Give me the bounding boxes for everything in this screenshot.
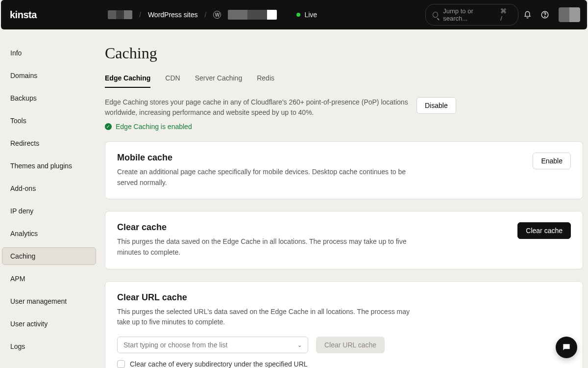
tabs: Edge Caching CDN Server Caching Redis <box>105 74 583 88</box>
breadcrumb-separator: / <box>139 11 141 19</box>
clear-cache-card: Clear cache This purges the data saved o… <box>105 211 583 269</box>
sidebar-item-redirects[interactable]: Redirects <box>2 134 96 152</box>
clear-cache-button[interactable]: Clear cache <box>517 222 571 239</box>
sidebar-item-label: Add-ons <box>10 184 36 192</box>
environment-label: Live <box>304 11 317 19</box>
url-select[interactable]: Start typing or choose from the list ⌄ <box>117 337 308 353</box>
page-title: Caching <box>105 44 583 62</box>
sidebar-item-logs[interactable]: Logs <box>2 338 96 355</box>
chat-icon <box>562 342 571 352</box>
sidebar-item-label: Domains <box>10 72 37 79</box>
sidebar-item-label: Tools <box>10 117 26 125</box>
search-icon <box>433 12 438 18</box>
bell-icon <box>523 11 532 19</box>
sidebar-item-label: Caching <box>10 252 35 260</box>
status-dot-icon <box>296 13 300 17</box>
app-header: kinsta / WordPress sites / W Live Jump t… <box>1 0 587 29</box>
chat-widget[interactable] <box>556 337 577 358</box>
breadcrumb-site[interactable] <box>228 10 277 20</box>
status-badge: ✓ Edge Caching is enabled <box>105 123 583 131</box>
sidebar-item-domains[interactable]: Domains <box>2 67 96 84</box>
clear-cache-description: This purges the data saved on the Edge C… <box>117 237 421 258</box>
svg-point-1 <box>544 16 545 17</box>
subdirectory-checkbox-label: Clear cache of every subdirectory under … <box>130 360 308 368</box>
sidebar: Info Domains Backups Tools Redirects The… <box>0 29 98 368</box>
status-text: Edge Caching is enabled <box>116 123 192 131</box>
sidebar-item-caching[interactable]: Caching <box>2 247 96 265</box>
sidebar-item-user-activity[interactable]: User activity <box>2 315 96 333</box>
clear-url-cache-title: Clear URL cache <box>117 292 571 303</box>
sidebar-item-label: Info <box>10 49 22 57</box>
logo[interactable]: kinsta <box>10 9 108 21</box>
search-placeholder: Jump to or search... <box>443 7 495 22</box>
sidebar-item-ip-deny[interactable]: IP deny <box>2 202 96 220</box>
help-icon <box>540 10 549 19</box>
clear-url-cache-button[interactable]: Clear URL cache <box>316 337 385 353</box>
url-select-placeholder: Start typing or choose from the list <box>123 341 227 349</box>
intro-description: Edge Caching stores your page cache in a… <box>105 97 409 118</box>
account-menu[interactable] <box>559 7 580 22</box>
enable-mobile-cache-button[interactable]: Enable <box>533 153 571 169</box>
tab-redis[interactable]: Redis <box>257 74 274 88</box>
tab-server-caching[interactable]: Server Caching <box>195 74 243 88</box>
breadcrumb-wordpress-sites[interactable]: WordPress sites <box>148 11 198 19</box>
mobile-cache-card: Mobile cache Create an additional page c… <box>105 141 583 199</box>
sidebar-item-apm[interactable]: APM <box>2 270 96 288</box>
sidebar-item-label: Themes and plugins <box>10 162 72 170</box>
help-button[interactable] <box>536 6 554 24</box>
sidebar-item-label: Logs <box>10 342 25 350</box>
breadcrumb-org[interactable] <box>108 10 132 19</box>
sidebar-item-label: IP deny <box>10 207 33 215</box>
sidebar-item-label: APM <box>10 275 25 283</box>
sidebar-item-backups[interactable]: Backups <box>2 89 96 107</box>
chevron-down-icon: ⌄ <box>297 342 302 348</box>
sidebar-item-user-management[interactable]: User management <box>2 292 96 310</box>
main-content: Caching Edge Caching CDN Server Caching … <box>98 29 588 368</box>
breadcrumb: / WordPress sites / W <box>108 10 277 20</box>
sidebar-item-tools[interactable]: Tools <box>2 112 96 130</box>
disable-button[interactable]: Disable <box>416 97 456 114</box>
sidebar-item-label: Backups <box>10 94 37 102</box>
clear-url-cache-card: Clear URL cache This purges the selected… <box>105 281 583 368</box>
sidebar-item-addons[interactable]: Add-ons <box>2 180 96 197</box>
tab-cdn[interactable]: CDN <box>165 74 180 88</box>
sidebar-item-label: User management <box>10 297 67 305</box>
tab-edge-caching[interactable]: Edge Caching <box>105 74 150 88</box>
mobile-cache-description: Create an additional page cache specific… <box>117 167 421 188</box>
clear-url-cache-description: This purges the selected URL's data save… <box>117 307 421 328</box>
search-input[interactable]: Jump to or search... ⌘ / <box>425 4 518 26</box>
sidebar-item-analytics[interactable]: Analytics <box>2 225 96 242</box>
notifications-button[interactable] <box>518 6 536 24</box>
check-circle-icon: ✓ <box>105 123 112 130</box>
sidebar-item-label: User activity <box>10 320 48 328</box>
search-shortcut: ⌘ / <box>500 7 511 22</box>
sidebar-item-info[interactable]: Info <box>2 44 96 62</box>
sidebar-item-themes-plugins[interactable]: Themes and plugins <box>2 157 96 175</box>
mobile-cache-title: Mobile cache <box>117 153 525 163</box>
sidebar-item-label: Redirects <box>10 139 39 147</box>
environment-selector[interactable]: Live <box>296 11 317 19</box>
breadcrumb-separator: / <box>205 11 207 19</box>
subdirectory-checkbox[interactable] <box>117 360 125 368</box>
subdirectory-checkbox-row[interactable]: Clear cache of every subdirectory under … <box>117 360 571 368</box>
clear-cache-title: Clear cache <box>117 222 510 233</box>
sidebar-item-label: Analytics <box>10 230 38 237</box>
wordpress-icon: W <box>213 11 221 19</box>
